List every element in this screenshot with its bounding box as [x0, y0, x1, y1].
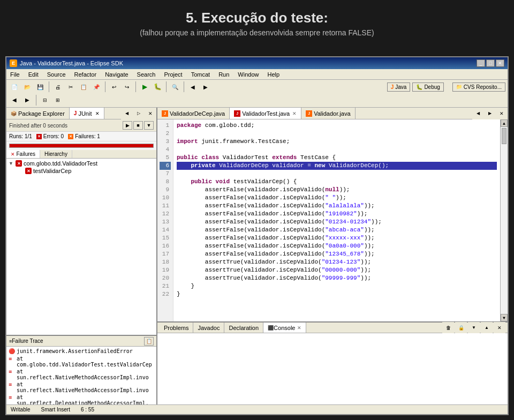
collapse-all-button[interactable]: ⊟: [39, 94, 51, 106]
maximize-button[interactable]: □: [486, 59, 495, 67]
bottom-panel-maximize[interactable]: ▲: [481, 322, 493, 334]
runs-label: Runs: 1/1: [9, 133, 32, 139]
redo-button[interactable]: ↪: [121, 81, 133, 93]
copy-button[interactable]: 📋: [78, 81, 89, 93]
editor-vertical-scrollbar[interactable]: ▲ ▼: [500, 119, 508, 321]
tab-validador-icon: J: [306, 110, 312, 117]
left-panel-expand[interactable]: ▷: [133, 108, 145, 119]
toolbar-separator-5: [184, 81, 184, 92]
failure-trace-content: 🔴 junit.framework.AssertionFailedError ≡…: [6, 347, 156, 404]
prev-edit-button[interactable]: ◀: [9, 94, 20, 106]
trace-line-5: ≡ at sun.reflect.DelegatingMethodAccesso…: [9, 394, 154, 404]
junit-rerun-button[interactable]: ▶: [123, 121, 132, 130]
tab-package-explorer[interactable]: 📦 Package Explorer: [6, 108, 70, 119]
code-line-4: [177, 146, 497, 154]
menu-edit[interactable]: Edit: [27, 71, 40, 78]
editor-close-all[interactable]: ✕: [496, 108, 508, 119]
trace-line-icon-5: ≡: [9, 394, 15, 401]
menu-navigate[interactable]: Navigate: [103, 71, 130, 78]
ln-8: 8: [160, 178, 171, 186]
code-editor[interactable]: 1 2 3 4 5 6 7 8 9 10 11 12 13 14 15 16 1: [157, 119, 508, 321]
code-line-14: assertFalse(validador.isCepValido("abcab…: [177, 226, 497, 234]
tab-problems[interactable]: Problems: [160, 322, 193, 333]
tree-item-method[interactable]: ✕ testValidarCep: [7, 167, 155, 175]
debug-button[interactable]: 🐛: [152, 81, 163, 93]
scroll-thumb[interactable]: [502, 128, 507, 144]
toolbar-area: 📄 📂 💾 🖨 ✂ 📋 📌 ↩ ↪ ▶ 🐛 🔍 ◀ ▶ J Java: [6, 80, 508, 108]
paste-button[interactable]: 📌: [90, 81, 102, 93]
tab-validadordecep[interactable]: J ValidadorDeCep.java: [157, 108, 230, 119]
bottom-panel-close[interactable]: ✕: [494, 322, 505, 334]
console-close-icon[interactable]: ✕: [297, 325, 301, 331]
subtab-hierarchy[interactable]: Hierarchy: [40, 150, 72, 158]
tab-validadortest-close[interactable]: ✕: [292, 111, 297, 116]
ln-13: 13: [160, 218, 171, 226]
code-line-1: package com.globo.tdd;: [177, 122, 497, 130]
bottom-panel-minimize[interactable]: ▼: [468, 322, 480, 334]
progress-bar-container: [9, 144, 154, 148]
code-line-17: assertFalse(validador.isCepValido("12345…: [177, 250, 497, 258]
print-button[interactable]: 🖨: [52, 81, 64, 93]
menu-file[interactable]: File: [9, 71, 21, 78]
next-edit-button[interactable]: ▶: [21, 94, 33, 106]
ln-10: 10: [160, 194, 171, 202]
open-button[interactable]: 📂: [21, 81, 33, 93]
tab-declaration[interactable]: Declaration: [224, 322, 263, 333]
menu-help[interactable]: Help: [266, 71, 281, 78]
scroll-up-button[interactable]: ▲: [501, 119, 508, 127]
tab-console[interactable]: ⬛ Console ✕: [263, 322, 306, 333]
left-panel-close[interactable]: ✕: [145, 108, 156, 119]
left-panel-minimize[interactable]: ◀: [121, 108, 133, 119]
junit-close-icon[interactable]: ✕: [95, 111, 100, 116]
code-content[interactable]: package com.globo.tdd; import junit.fram…: [173, 119, 500, 321]
window-title: Java - ValidadorTest.java - Eclipse SDK: [20, 60, 123, 66]
cut-button[interactable]: ✂: [65, 81, 77, 93]
menu-source[interactable]: Source: [46, 71, 67, 78]
menu-refactor[interactable]: Refactor: [73, 71, 99, 78]
menu-window[interactable]: Window: [236, 71, 260, 78]
junit-stop-button[interactable]: ■: [133, 121, 143, 130]
menu-tomcat[interactable]: Tomcat: [190, 71, 211, 78]
code-line-19: assertTrue(validador.isCepValido("00000-…: [177, 266, 497, 274]
run-button[interactable]: ▶: [139, 81, 150, 93]
tab-javadoc[interactable]: Javadoc: [193, 322, 224, 333]
save-button[interactable]: 💾: [34, 81, 46, 93]
tab-validador[interactable]: J Validador.java: [301, 108, 355, 119]
search-toolbar-button[interactable]: 🔍: [169, 81, 181, 93]
console-scroll-lock[interactable]: 🔒: [455, 322, 467, 334]
menu-project[interactable]: Project: [162, 71, 184, 78]
subtab-failures[interactable]: ✕ Failures: [6, 150, 40, 158]
scroll-down-button[interactable]: ▼: [501, 314, 508, 321]
cvs-button[interactable]: 📁 CVS Reposito...: [452, 82, 505, 92]
tab-junit[interactable]: J JUnit ✕: [70, 108, 105, 119]
tab-validadortest[interactable]: J ValidadorTest.java ✕: [230, 108, 301, 119]
code-line-11: assertFalse(validador.isCepValido("alala…: [177, 202, 497, 210]
undo-button[interactable]: ↩: [108, 81, 120, 93]
minimize-button[interactable]: _: [477, 59, 485, 67]
errors-label: Errors: 0: [43, 133, 64, 139]
new-button[interactable]: 📄: [9, 81, 20, 93]
console-clear-button[interactable]: 🗑: [442, 322, 454, 334]
back-button[interactable]: ◀: [187, 81, 199, 93]
code-line-16: assertFalse(validador.isCepValido("0a0a0…: [177, 242, 497, 250]
failure-trace-label: Failure Trace: [12, 338, 43, 344]
trace-line-icon-2: ≡: [9, 356, 15, 362]
status-insert-mode: Smart Insert: [41, 407, 70, 412]
expand-all-button[interactable]: ⊞: [52, 94, 64, 106]
ln-6: 6: [160, 162, 171, 170]
editor-scroll-right[interactable]: ▶: [484, 108, 496, 119]
menu-search[interactable]: Search: [135, 71, 157, 78]
debug-perspective-button[interactable]: 🐛 Debug: [412, 82, 443, 92]
junit-menu-button[interactable]: ▼: [144, 121, 154, 130]
toolbar-separator-3: [135, 81, 136, 92]
close-button[interactable]: ✕: [496, 59, 504, 67]
java-perspective-button[interactable]: J Java: [387, 82, 411, 92]
editor-scroll-left[interactable]: ◀: [472, 108, 484, 119]
tree-item-root[interactable]: ▼ ✕ com.globo.tdd.ValidadorTest: [7, 160, 155, 167]
menu-run[interactable]: Run: [217, 71, 231, 78]
tree-class-label: com.globo.tdd.ValidadorTest: [24, 160, 97, 167]
ln-7: 7: [160, 170, 171, 178]
forward-button[interactable]: ▶: [200, 81, 211, 93]
toolbar-separator-1: [49, 81, 49, 92]
failure-trace-copy-button[interactable]: 📋: [144, 337, 154, 346]
